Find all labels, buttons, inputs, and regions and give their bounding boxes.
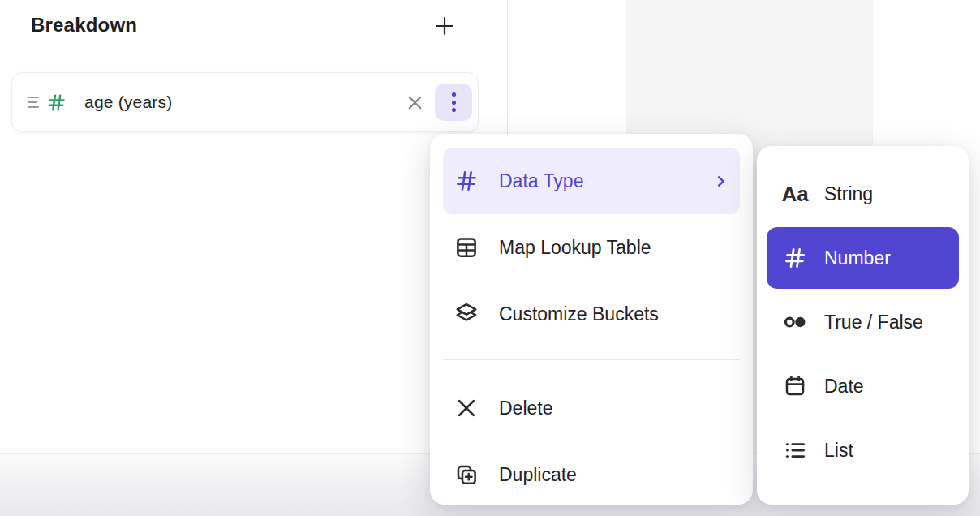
menu-item-label: Duplicate: [499, 464, 577, 486]
submenu-item-number[interactable]: Number: [767, 227, 959, 289]
field-options-menu: Data Type Map Lookup Table: [430, 134, 753, 505]
table-icon: [454, 235, 479, 260]
submenu-item-date[interactable]: Date: [767, 355, 959, 417]
field-name-label: age (years): [84, 92, 172, 112]
field-options-button[interactable]: [435, 84, 472, 121]
menu-divider: [443, 359, 740, 360]
menu-item-label: Map Lookup Table: [499, 237, 651, 259]
menu-item-map-lookup-table[interactable]: Map Lookup Table: [443, 214, 740, 281]
kebab-menu-icon: [452, 92, 456, 112]
page-title: Breakdown: [31, 14, 137, 37]
submenu-item-label: String: [824, 183, 873, 205]
add-breakdown-button[interactable]: [428, 10, 461, 42]
Aa-icon: Aa: [782, 182, 808, 207]
stack-icon: [454, 302, 479, 326]
submenu-item-label: True / False: [824, 312, 923, 333]
hash-icon: [46, 92, 67, 113]
menu-item-delete[interactable]: Delete: [443, 375, 740, 441]
chevron-right-icon: [713, 174, 729, 189]
drag-handle-icon[interactable]: [28, 97, 39, 108]
list-icon: [782, 438, 808, 462]
menu-item-duplicate[interactable]: Duplicate: [443, 441, 740, 505]
remove-field-button[interactable]: [402, 90, 427, 114]
x-icon: [454, 396, 479, 420]
app-canvas: Breakdown age (years): [0, 0, 980, 516]
submenu-item-label: Number: [824, 247, 891, 269]
data-type-submenu: Aa String Number True / False: [757, 146, 969, 505]
submenu-item-string[interactable]: Aa String: [767, 163, 959, 225]
menu-item-label: Customize Buckets: [499, 303, 659, 325]
breakdown-field-card: age (years): [11, 72, 479, 132]
hash-icon: [782, 246, 808, 270]
toggle-circles-icon: [782, 309, 808, 335]
plus-icon: [432, 13, 458, 39]
submenu-item-label: Date: [824, 376, 864, 398]
submenu-item-list[interactable]: List: [767, 419, 959, 481]
close-icon: [405, 92, 425, 113]
copy-plus-icon: [454, 462, 479, 487]
hash-icon: [454, 169, 479, 193]
calendar-icon: [782, 374, 808, 398]
submenu-item-label: List: [824, 440, 853, 462]
menu-item-label: Delete: [499, 398, 552, 419]
submenu-item-true-false[interactable]: True / False: [767, 291, 959, 353]
menu-item-data-type[interactable]: Data Type: [443, 148, 740, 214]
menu-item-customize-buckets[interactable]: Customize Buckets: [443, 281, 740, 347]
menu-item-label: Data Type: [499, 170, 583, 192]
